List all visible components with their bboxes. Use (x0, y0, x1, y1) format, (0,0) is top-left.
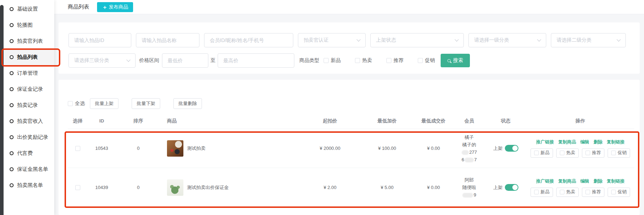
tag-hot-checkbox[interactable]: 热卖 (556, 188, 579, 197)
member-line: 67 (453, 156, 485, 163)
select-all-label: 全选 (75, 100, 85, 107)
tab-bar: 商品列表 ＋ 发布商品 (54, 0, 644, 14)
row-checkbox[interactable] (75, 185, 80, 190)
chevron-down-icon (617, 37, 620, 41)
checkbox-icon (611, 190, 616, 194)
tag-promo-label: 促销 (618, 150, 627, 156)
tag-recommend-label: 推荐 (592, 150, 601, 156)
checkbox-icon (560, 151, 564, 155)
sidebar-item-deposit-records[interactable]: 保证金记录 (0, 81, 54, 97)
tag-promo-checkbox[interactable]: 促销 (608, 188, 630, 197)
plus-icon: ＋ (102, 4, 107, 10)
auctioneer-cert-select-value: 拍卖官认证 (304, 37, 329, 43)
tag-new-checkbox[interactable]: 新品 (531, 148, 553, 158)
sidebar-item-auction-records[interactable]: 拍卖记录 (0, 97, 54, 113)
category-level2-select[interactable]: 请选择二级分类 (551, 33, 626, 47)
type-check-promo[interactable]: 促销 (418, 57, 435, 64)
redaction-blur (462, 193, 473, 198)
batch-on-shelf-button[interactable]: 批量上架 (90, 98, 118, 109)
cell-start-price: ¥ 2.00 (300, 185, 360, 190)
lot-name-input[interactable] (136, 33, 199, 47)
sidebar-item-basic-settings[interactable]: 基础设置 (0, 1, 54, 17)
magnifier-icon (447, 59, 451, 62)
shelf-status-toggle[interactable] (505, 184, 518, 191)
sidebar-item-label: 保证金记录 (17, 86, 43, 93)
category-level3-select[interactable]: 请选择三级分类 (69, 53, 136, 68)
row-action-links: 推广链接 复制商品 编辑 删除 复制链接 (536, 178, 625, 184)
select-all-checkbox[interactable]: 全选 (68, 100, 85, 107)
sidebar-item-carousel[interactable]: 轮播图 (0, 17, 54, 33)
type-check-hot[interactable]: 热卖 (355, 57, 372, 64)
copy-link-button[interactable]: 复制链接 (607, 139, 625, 145)
sidebar-item-endorsement-fee[interactable]: 代言费 (0, 145, 54, 161)
tag-recommend-checkbox[interactable]: 推荐 (582, 148, 604, 158)
row-checkbox[interactable] (75, 146, 80, 151)
cell-product-name: 测试拍卖出价保证金 (187, 184, 229, 191)
shelf-status-select[interactable]: 上架状态 (370, 33, 464, 47)
cell-member: 橘子 橘子的 277 67 (453, 133, 485, 163)
delete-button[interactable]: 删除 (594, 139, 603, 145)
min-price-input[interactable] (162, 53, 208, 68)
type-check-new[interactable]: 新品 (324, 57, 341, 64)
publish-product-button[interactable]: ＋ 发布商品 (97, 2, 133, 12)
tag-recommend-checkbox[interactable]: 推荐 (582, 188, 604, 197)
edit-button[interactable]: 编辑 (580, 139, 589, 145)
promo-link-button[interactable]: 推广链接 (536, 178, 554, 184)
tag-recommend-label: 推荐 (592, 189, 601, 195)
member-line: 随便啦 (453, 184, 485, 191)
search-button-label: 搜索 (453, 57, 463, 64)
checkbox-icon (534, 151, 539, 155)
header-select: 选择 (68, 118, 87, 124)
chevron-down-icon (356, 37, 360, 41)
lot-list-panel: 全选 批量上架 批量下架 批量删除 选择 ID 排序 商品 起拍价 最低加价 最… (59, 80, 640, 215)
circle-outline-icon (10, 23, 14, 27)
copy-link-button[interactable]: 复制链接 (607, 178, 625, 184)
price-range-label: 价格区间 (139, 57, 159, 64)
tag-promo-checkbox[interactable]: 促销 (608, 148, 630, 158)
batch-delete-button[interactable]: 批量删除 (173, 98, 202, 109)
delete-button[interactable]: 删除 (594, 178, 603, 184)
member-line: 橘子的 (453, 141, 485, 148)
copy-product-button[interactable]: 复制商品 (558, 139, 576, 145)
circle-outline-icon (10, 167, 14, 171)
sidebar-item-lot-list[interactable]: 拍品列表 (0, 49, 54, 65)
sidebar-collapsed-strip (0, 5, 4, 215)
member-search-input[interactable] (204, 33, 293, 47)
sidebar-item-auctioneer-list[interactable]: 拍卖官列表 (0, 33, 54, 49)
chevron-down-icon (126, 58, 130, 62)
batch-off-shelf-button[interactable]: 批量下架 (132, 98, 160, 109)
sidebar: 基础设置 轮播图 拍卖官列表 拍品列表 订单管理 保证金记录 拍卖记录 拍卖官 (0, 0, 54, 215)
product-thumbnail[interactable] (167, 140, 183, 157)
filter-row-1: 拍卖官认证 上架状态 请选择一级分类 请选择二级分类 (69, 33, 633, 47)
max-price-input[interactable] (218, 53, 294, 68)
header-min-increase: 最低加价 (360, 118, 414, 124)
sidebar-item-deposit-blacklist[interactable]: 保证金黑名单 (0, 161, 54, 177)
edit-button[interactable]: 编辑 (580, 178, 589, 184)
header-sort: 排序 (116, 118, 161, 124)
cell-product-name: 测试拍卖 (187, 145, 206, 152)
sidebar-item-order-management[interactable]: 订单管理 (0, 65, 54, 81)
circle-outline-icon (10, 119, 14, 123)
header-start-price: 起拍价 (300, 118, 360, 124)
sidebar-item-auctioneer-income[interactable]: 拍卖官收入 (0, 113, 54, 129)
sidebar-item-bid-reward-records[interactable]: 出价奖励记录 (0, 129, 54, 145)
product-thumbnail[interactable] (167, 179, 183, 196)
checkbox-icon (611, 151, 616, 155)
sidebar-item-auction-blacklist[interactable]: 拍卖黑名单 (0, 177, 54, 193)
copy-product-button[interactable]: 复制商品 (558, 178, 576, 184)
tag-new-checkbox[interactable]: 新品 (531, 188, 553, 197)
circle-outline-icon (10, 87, 14, 91)
sidebar-item-label: 出价奖励记录 (17, 134, 48, 141)
auctioneer-cert-select[interactable]: 拍卖官认证 (298, 33, 366, 47)
lot-id-input[interactable] (69, 33, 131, 47)
tab-product-list[interactable]: 商品列表 (68, 4, 89, 10)
shelf-status-toggle[interactable] (505, 145, 518, 152)
category-level1-select[interactable]: 请选择一级分类 (468, 33, 546, 47)
tag-hot-label: 热卖 (566, 189, 575, 195)
search-button[interactable]: 搜索 (441, 54, 470, 67)
tag-hot-checkbox[interactable]: 热卖 (556, 148, 579, 158)
redaction-blur (462, 150, 469, 155)
checkbox-icon (534, 190, 539, 194)
promo-link-button[interactable]: 推广链接 (536, 139, 554, 145)
type-check-recommend[interactable]: 推荐 (386, 57, 404, 64)
